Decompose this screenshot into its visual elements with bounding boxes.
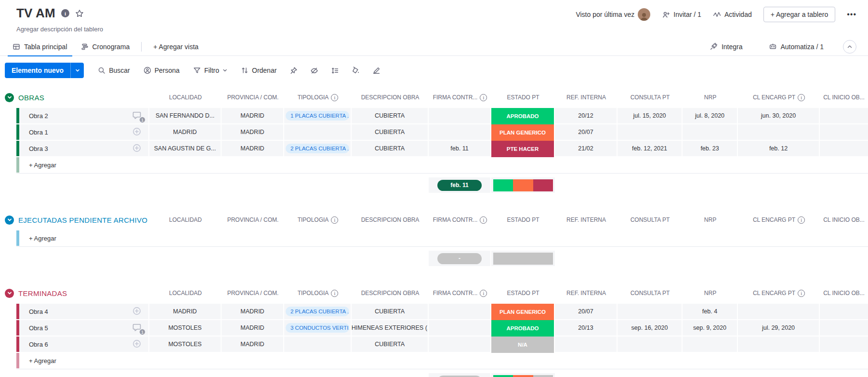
info-icon[interactable]: i	[480, 290, 487, 297]
column-header-localidad[interactable]: LOCALIDAD	[149, 283, 222, 303]
person-filter-button[interactable]: Persona	[139, 63, 184, 78]
column-header-tipologia[interactable]: TIPOLOGIAi	[284, 88, 352, 107]
column-header-estado[interactable]: ESTADO PT	[491, 283, 555, 303]
status-badge[interactable]: N/A	[491, 337, 555, 353]
cell-descripcion[interactable]: CUBIERTA	[352, 108, 429, 124]
info-icon[interactable]: i	[798, 94, 805, 101]
summary-status-cell[interactable]	[491, 177, 555, 193]
cell-localidad[interactable]: SAN FERNANDO D...	[149, 108, 222, 124]
cell-cl-inicio[interactable]	[820, 108, 868, 124]
column-header-localidad[interactable]: LOCALIDAD	[149, 88, 222, 107]
cell-ref-interna[interactable]: 20/07	[555, 124, 618, 141]
column-header-localidad[interactable]: LOCALIDAD	[149, 210, 222, 229]
status-bar-segment[interactable]	[513, 375, 533, 377]
info-icon[interactable]: i	[798, 290, 805, 297]
search-button[interactable]: Buscar	[93, 63, 134, 78]
add-item-row[interactable]: + Agregar	[16, 230, 868, 247]
summary-date-cell[interactable]: -	[429, 251, 491, 266]
group-title[interactable]: OBRAS	[18, 94, 44, 102]
cell-provincia[interactable]: MADRID	[222, 108, 284, 124]
summary-date-cell[interactable]: -	[429, 373, 491, 377]
automate-button[interactable]: Automatiza / 1	[762, 38, 831, 56]
cell-descripcion[interactable]: CUBIERTA	[352, 337, 429, 353]
add-item-row[interactable]: + Agregar	[16, 353, 868, 369]
cell-tipologia[interactable]: 1 PLACAS CUBIERTA ...	[284, 108, 352, 124]
cell-localidad[interactable]: MADRID	[149, 304, 222, 320]
cell-localidad[interactable]: MOSTOLES	[149, 337, 222, 353]
cell-consulta[interactable]	[618, 337, 683, 353]
column-header-descripcion[interactable]: DESCRIPCION OBRA	[352, 88, 429, 107]
cell-nrp[interactable]: sep. 9, 2020	[683, 320, 738, 337]
column-header-ref[interactable]: REF. INTERNA	[555, 210, 618, 229]
cell-firma[interactable]: feb. 11	[429, 141, 491, 157]
info-icon[interactable]: i	[331, 94, 338, 101]
item-name-cell[interactable]: Obra 6	[16, 337, 149, 353]
cell-descripcion[interactable]: CUBIERTA	[352, 124, 429, 141]
status-badge[interactable]: PTE HACER	[491, 141, 555, 157]
cell-tipologia[interactable]: 3 CONDUCTOS VERTI...	[284, 320, 352, 337]
cell-cl-encarg[interactable]	[738, 337, 820, 353]
cell-tipologia[interactable]	[284, 124, 352, 141]
invite-button[interactable]: Invitar / 1	[662, 11, 701, 19]
cell-ref-interna[interactable]	[555, 337, 618, 353]
item-name-cell[interactable]: Obra 4	[16, 304, 149, 320]
pin-button[interactable]	[286, 63, 302, 78]
column-header-nrp[interactable]: NRP	[683, 210, 738, 229]
filter-button[interactable]: Filtro	[189, 63, 232, 78]
summary-status-cell[interactable]	[491, 251, 555, 266]
column-header-firma[interactable]: FIRMA CONTR...i	[429, 283, 491, 303]
column-header-nrp[interactable]: NRP	[683, 283, 738, 303]
cell-tipologia[interactable]: 2 PLACAS CUBIERTA ...	[284, 304, 352, 320]
add-to-board-button[interactable]: + Agregar a tablero	[763, 7, 835, 22]
summary-status-cell[interactable]	[491, 373, 555, 377]
group-title[interactable]: EJECUTADAS PENDIENTE ARCHIVO	[18, 216, 147, 224]
new-item-button[interactable]: Elemento nuevo	[5, 63, 84, 78]
chat-icon[interactable]: 1	[132, 110, 144, 122]
cell-provincia[interactable]: MADRID	[222, 304, 284, 320]
group-title[interactable]: TERMINADAS	[18, 289, 67, 297]
avatar[interactable]	[638, 8, 650, 21]
chat-icon[interactable]: 1	[132, 323, 144, 334]
hide-columns-button[interactable]	[306, 63, 322, 78]
column-header-estado[interactable]: ESTADO PT	[491, 210, 555, 229]
cell-tipologia[interactable]: 2 PLACAS CUBIERTA ...	[284, 141, 352, 157]
status-bar-segment[interactable]	[493, 375, 513, 377]
add-update-icon[interactable]	[132, 339, 144, 350]
cell-consulta[interactable]: feb. 12, 2021	[618, 141, 683, 157]
info-icon[interactable]: i	[331, 290, 338, 297]
item-name-cell[interactable]: Obra 5 1	[16, 320, 149, 337]
cell-cl-inicio[interactable]	[820, 304, 868, 320]
cell-firma[interactable]	[429, 337, 491, 353]
add-update-icon[interactable]	[132, 127, 144, 138]
integrate-button[interactable]: Integra	[703, 38, 750, 56]
board-info-icon[interactable]: i	[61, 9, 69, 17]
item-name-cell[interactable]: Obra 1	[16, 124, 149, 141]
cell-cl-inicio[interactable]	[820, 320, 868, 337]
column-header-cl-inicio[interactable]: CL INICIO OB...	[820, 283, 868, 303]
cell-provincia[interactable]: MADRID	[222, 141, 284, 157]
cell-provincia[interactable]: MADRID	[222, 320, 284, 337]
cell-consulta[interactable]	[618, 124, 683, 141]
item-name-cell[interactable]: Obra 3	[16, 141, 149, 157]
summary-date-pill[interactable]: -	[437, 376, 482, 377]
cell-firma[interactable]	[429, 320, 491, 337]
column-header-consulta[interactable]: CONSULTA PT	[618, 88, 683, 107]
edit-button[interactable]	[368, 63, 384, 78]
cell-cl-encarg[interactable]: feb. 12	[738, 141, 820, 157]
group-collapse-icon[interactable]	[5, 93, 14, 102]
cell-localidad[interactable]: MADRID	[149, 124, 222, 141]
cell-cl-encarg[interactable]: jun. 30, 2020	[738, 108, 820, 124]
cell-consulta[interactable]: jul. 15, 2020	[618, 108, 683, 124]
collapse-header-button[interactable]	[843, 40, 856, 54]
column-header-descripcion[interactable]: DESCRIPCION OBRA	[352, 210, 429, 229]
cell-tipologia[interactable]	[284, 337, 352, 353]
group-collapse-icon[interactable]	[5, 289, 14, 298]
new-item-dropdown[interactable]	[70, 63, 84, 78]
summary-date-pill[interactable]: -	[437, 253, 482, 264]
info-icon[interactable]: i	[331, 216, 338, 224]
add-update-icon[interactable]	[132, 306, 144, 318]
cell-firma[interactable]	[429, 304, 491, 320]
cell-descripcion[interactable]: CHIMENEAS EXTERIORES (...	[352, 320, 429, 337]
cell-cl-encarg[interactable]	[738, 304, 820, 320]
cell-nrp[interactable]: feb. 23	[683, 141, 738, 157]
